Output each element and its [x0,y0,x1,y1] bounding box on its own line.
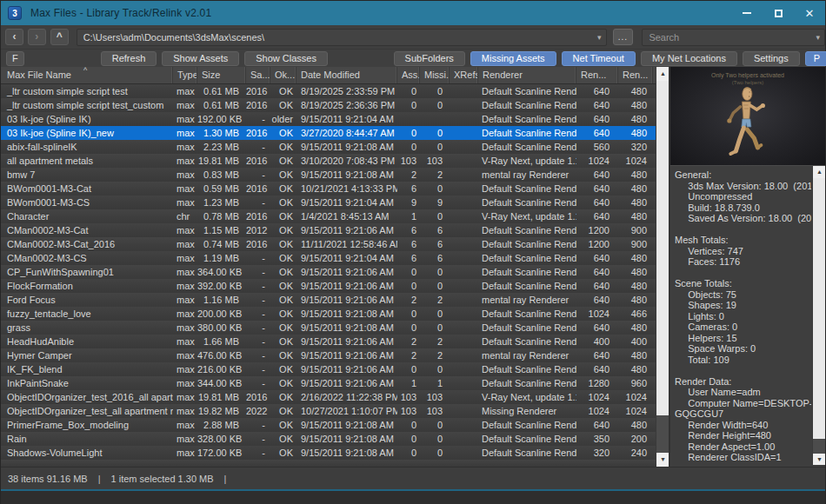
info-scrollbar-thumb[interactable] [813,178,825,439]
path-dropdown-icon[interactable]: ▾ [593,33,606,42]
cell-saved_as: - [246,335,270,348]
p-button[interactable]: P [805,51,826,66]
scroll-up-icon[interactable]: ▲ [656,67,669,81]
cell-xrefs [450,209,478,223]
refresh-button[interactable]: Refresh [101,51,157,66]
table-row[interactable]: abix-fall-splineIKmax2.23 MB-OK9/15/2011… [1,140,657,154]
table-row[interactable]: CMan0002-M3-Cat_2016max0.74 MB2016OK11/1… [1,237,657,251]
column-header-assets[interactable]: Ass... [397,67,420,83]
cell-renderer: Default Scanline Renderer [478,98,576,112]
table-row[interactable]: fuzzy_tentacle_lovemax200.00 KB-OK9/15/2… [1,307,657,321]
cell-missing: 0 [420,321,450,335]
table-row[interactable]: CP_FunWithSpawning01max364.00 KB-OK9/15/… [1,265,657,279]
cell-name: ObjectIDOrganizer_test_2016_all apartmen… [1,390,173,404]
settings-button[interactable]: Settings [743,51,800,66]
cell-ok: OK [270,404,296,418]
forward-button[interactable]: › [28,29,46,45]
column-header-ren_w[interactable]: Ren... [576,67,618,83]
cell-ren_w: 640 [576,321,618,335]
subfolders-button[interactable]: SubFolders [394,51,465,66]
table-row-partial[interactable] [1,460,657,467]
minimize-button[interactable] [731,1,763,25]
table-row[interactable]: ObjectIDOrganizer_test_all apartment met… [1,404,657,418]
table-row[interactable]: 03 Ik-joe (Spline IK)_newmax1.30 MB2016O… [1,126,657,140]
cell-ren_h: 900 [618,223,653,237]
info-line: Faces: 1176 [675,256,811,268]
table-row[interactable]: _ltr custom simple script testmax0.61 MB… [1,84,657,98]
column-header-type[interactable]: Type [173,67,197,83]
table-row[interactable]: BWom0001-M3-Catmax0.59 MB2016OK10/21/202… [1,182,657,196]
column-header-xrefs[interactable]: XRefs [450,67,478,83]
info-scrollbar[interactable]: ▲ ▼ [812,166,825,465]
table-row[interactable]: 03 Ik-joe (Spline IK)max192.00 KB-older9… [1,112,657,126]
cell-assets: 0 [397,265,420,279]
search-input[interactable]: Search ▾ [642,29,825,46]
column-header-missing[interactable]: Missi... [420,67,450,83]
table-row[interactable]: grassmax380.00 KB-OK9/15/2011 9:21:08 AM… [1,321,657,335]
missing-assets-button[interactable]: Missing Assets [470,51,556,66]
my-net-locations-button[interactable]: My Net Locations [641,51,737,66]
info-line: Renderer ClassIDB=0 [675,463,811,466]
back-icon: ‹ [12,30,16,43]
table-row[interactable]: HeadHudAniblemax1.66 MB-OK9/15/2011 9:21… [1,335,657,348]
cell-renderer: Default Scanline Renderer [478,251,576,265]
close-button[interactable]: ✕ [794,1,825,25]
table-row[interactable]: CMan0002-M3-Catmax1.15 MB2012OK9/15/2011… [1,223,657,237]
search-dropdown-icon[interactable]: ▾ [811,33,824,42]
net-timeout-button[interactable]: Net Timeout [562,51,636,66]
table-row[interactable]: _ltr custom simple script test_custommax… [1,98,657,112]
show-classes-button[interactable]: Show Classes [244,51,328,66]
cell-name: bmw 7 [1,168,173,182]
cell-saved_as: - [246,168,270,182]
column-header-ok[interactable]: Ok... [270,67,296,83]
cell-date_modified: 1/4/2021 8:45:13 AM [296,209,397,223]
cell-assets: 6 [397,251,420,265]
column-header-ren_h[interactable]: Ren... [618,67,653,83]
cell-date_modified: 9/15/2011 9:21:04 AM [296,196,397,209]
browse-folder-button[interactable]: ... [613,29,634,45]
table-row[interactable]: BWom0001-M3-CSmax1.23 MB-OK9/15/2011 9:2… [1,196,657,209]
column-header-renderer[interactable]: Renderer [478,67,576,83]
cell-type: max [173,237,197,251]
cell-name: 03 Ik-joe (Spline IK) [1,112,173,126]
filter-button[interactable]: F [6,51,24,66]
table-row[interactable]: Rainmax328.00 KB-OK9/15/2011 9:21:08 AM0… [1,432,657,446]
table-row[interactable]: InkPaintSnakemax344.00 KB-OK9/15/2011 9:… [1,376,657,390]
path-input[interactable]: C:\Users\adm\Documents\3dsMax\scenes\ ▾ [77,29,607,46]
show-assets-button[interactable]: Show Assets [162,51,239,66]
cell-missing: 0 [420,182,450,196]
info-scroll-down-icon[interactable]: ▼ [813,454,825,465]
table-row[interactable]: FlockFormationmax392.00 KB-OK9/15/2011 9… [1,279,657,293]
table-row[interactable]: all apartment metalsmax19.81 MB2016OK3/1… [1,154,657,168]
column-header-date_modified[interactable]: Date Modified [296,67,397,83]
table-row[interactable]: IK_FK_blendmax216.00 KB-OK9/15/2011 9:21… [1,362,657,376]
column-header-size[interactable]: Size [197,67,246,83]
table-row[interactable]: CMan0002-M3-CSmax1.19 MB-OK9/15/2011 9:2… [1,251,657,265]
maximize-button[interactable] [763,1,794,25]
table-scrollbar[interactable]: ▲ ▼ [656,67,669,467]
table-row[interactable]: Ford Focusmax1.16 MB-OK9/15/2011 9:21:06… [1,293,657,307]
info-scroll-up-icon[interactable]: ▲ [813,166,825,178]
sort-ascending-icon: ^ [83,67,87,75]
cell-renderer: Default Scanline Renderer [478,126,576,140]
table-row[interactable]: PrimerFrame_Box_modelingmax2.88 MB-OK9/1… [1,418,657,432]
cell-type: max [173,307,197,321]
cell-ok: OK [270,182,296,196]
cell-saved_as: - [246,112,270,126]
table-row[interactable]: Characterchr0.78 MB2016OK1/4/2021 8:45:1… [1,209,657,223]
column-header-saved_as[interactable]: Sa... [246,67,270,83]
table-row[interactable]: ObjectIDOrganizer_test_2016_all apartmen… [1,390,657,404]
table-row[interactable]: bmw 7max0.83 MB-OK9/15/2011 9:21:08 AM22… [1,168,657,182]
close-icon: ✕ [805,7,815,20]
cell-size: 19.81 MB [197,154,246,168]
table-scrollbar-thumb[interactable] [656,81,669,415]
table-row[interactable]: Hymer Campermax476.00 KB-OK9/15/2011 9:2… [1,348,657,362]
cell-ren_w: 1200 [576,223,618,237]
scroll-down-icon[interactable]: ▼ [656,453,669,467]
up-button[interactable]: ^ [50,29,69,45]
cell-assets: 0 [397,362,420,376]
table-row[interactable]: Shadows-VolumeLightmax172.00 KB-OK9/15/2… [1,446,657,460]
cell-date_modified: 2/16/2022 11:22:38 PM [296,390,397,404]
back-button[interactable]: ‹ [5,29,23,45]
cell-saved_as [246,460,270,467]
